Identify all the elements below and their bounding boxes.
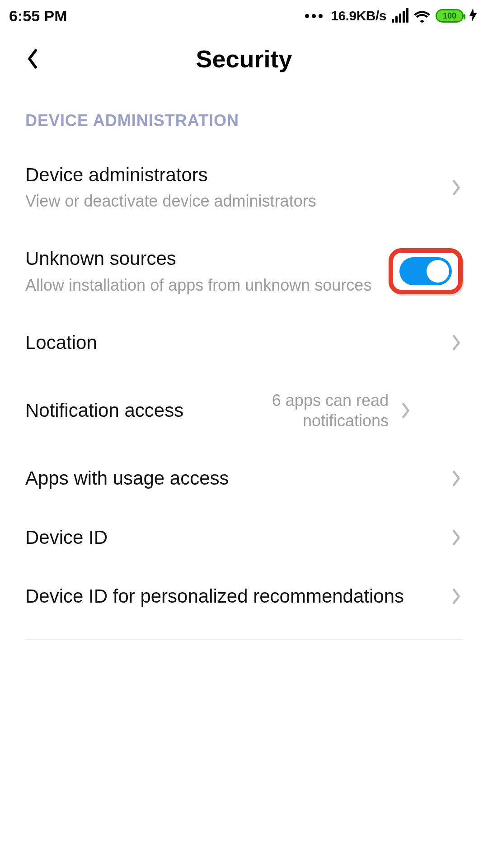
chevron-right-icon xyxy=(450,333,463,353)
chevron-right-icon xyxy=(450,178,463,198)
wifi-icon xyxy=(414,9,430,23)
battery-level: 100 xyxy=(443,11,456,21)
chevron-right-icon xyxy=(399,401,412,420)
row-label: Device ID for personalized recommendatio… xyxy=(25,585,439,608)
row-subtitle: View or deactivate device administrators xyxy=(25,191,439,211)
row-value: 6 apps can read notifications xyxy=(226,390,389,431)
status-bar: 6:55 PM 16.9KB/s 100 xyxy=(0,0,488,32)
page-title: Security xyxy=(196,45,292,73)
row-notification-access[interactable]: Notification access 6 apps can read noti… xyxy=(0,372,488,449)
highlight-box xyxy=(389,248,463,294)
status-right: 16.9KB/s 100 xyxy=(305,8,477,24)
chevron-right-icon xyxy=(450,528,463,547)
more-dots-icon xyxy=(305,14,323,18)
list-divider xyxy=(25,639,463,640)
battery-icon: 100 xyxy=(436,9,464,23)
row-device-id[interactable]: Device ID xyxy=(0,508,488,567)
row-label: Unknown sources xyxy=(25,247,378,270)
row-location[interactable]: Location xyxy=(0,313,488,372)
cell-signal-icon xyxy=(392,9,408,23)
row-unknown-sources[interactable]: Unknown sources Allow installation of ap… xyxy=(0,229,488,313)
chevron-left-icon xyxy=(26,48,39,70)
row-usage-access[interactable]: Apps with usage access xyxy=(0,449,488,508)
row-device-administrators[interactable]: Device administrators View or deactivate… xyxy=(0,137,488,229)
toggle-knob xyxy=(427,260,449,283)
app-header: Security xyxy=(0,32,488,86)
chevron-right-icon xyxy=(450,468,463,488)
row-subtitle: Allow installation of apps from unknown … xyxy=(25,275,378,295)
back-button[interactable] xyxy=(22,48,43,70)
charging-icon xyxy=(469,8,477,24)
unknown-sources-toggle[interactable] xyxy=(399,257,452,285)
row-label: Device ID xyxy=(25,526,439,549)
row-label: Location xyxy=(25,331,439,354)
section-header-device-administration: DEVICE ADMINISTRATION xyxy=(0,86,488,137)
row-label: Apps with usage access xyxy=(25,467,439,490)
row-device-id-pers[interactable]: Device ID for personalized recommendatio… xyxy=(0,567,488,626)
status-time: 6:55 PM xyxy=(9,7,67,25)
chevron-right-icon xyxy=(450,586,463,606)
row-label: Notification access xyxy=(25,399,215,422)
row-label: Device administrators xyxy=(25,164,439,186)
network-speed: 16.9KB/s xyxy=(331,8,386,24)
settings-list: Device administrators View or deactivate… xyxy=(0,137,488,640)
